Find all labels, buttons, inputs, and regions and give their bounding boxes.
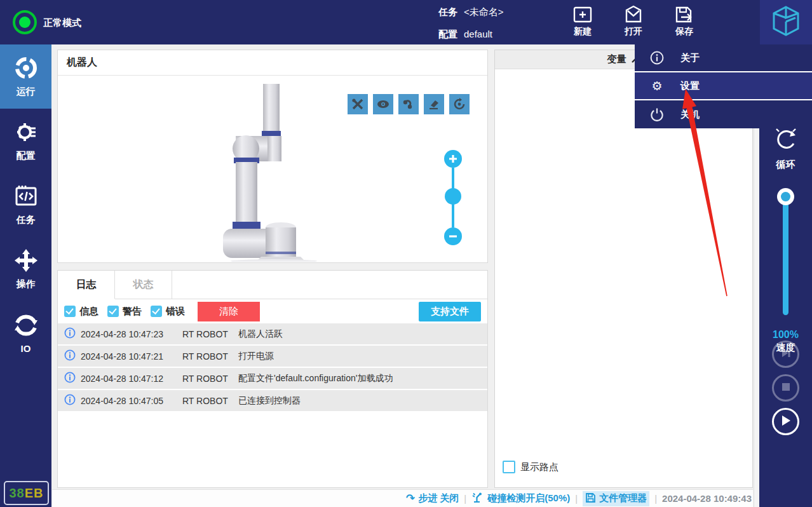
log-list: 2024-04-28 10:47:23 RT ROBOT 机器人活跃 2024-… bbox=[58, 323, 487, 411]
robot-arm-image bbox=[198, 78, 325, 262]
show-waypoints-label: 显示路点 bbox=[520, 461, 558, 473]
info-icon bbox=[649, 51, 665, 65]
loop-icon bbox=[773, 144, 799, 154]
eraser-icon[interactable] bbox=[424, 94, 444, 114]
task-row: 任务<未命名> bbox=[438, 6, 504, 18]
info-log-icon bbox=[64, 394, 76, 407]
task-value: <未命名> bbox=[464, 6, 504, 17]
skip-next-icon bbox=[780, 348, 792, 362]
tab-log[interactable]: 日志 bbox=[58, 271, 115, 299]
task-label: 任务 bbox=[438, 6, 457, 17]
jog-icon bbox=[13, 248, 39, 273]
error-filter-label: 错误 bbox=[166, 306, 185, 318]
zoom-out-button[interactable] bbox=[444, 227, 462, 245]
file-manager-button[interactable]: 文件管理器 bbox=[583, 491, 649, 506]
collision-detection-toggle[interactable]: 碰撞检测开启(50%) bbox=[471, 492, 570, 505]
info-filter-label: 信息 bbox=[79, 306, 98, 318]
clock-timestamp: 2024-04-28 10:49:43 bbox=[662, 493, 752, 504]
log-message: 已连接到控制器 bbox=[238, 395, 301, 407]
log-source: RT ROBOT bbox=[182, 329, 238, 339]
config-row: 配置default bbox=[438, 29, 492, 41]
statusbar-divider: | bbox=[654, 493, 657, 504]
view-zoom-control bbox=[444, 150, 462, 245]
mode-label: 正常模式 bbox=[43, 17, 81, 29]
tools-icon[interactable] bbox=[348, 94, 368, 114]
new-task-button[interactable]: 新建 bbox=[560, 5, 605, 41]
menu-item-shutdown[interactable]: 关机 bbox=[635, 100, 812, 128]
error-filter-checkbox[interactable] bbox=[151, 306, 162, 317]
log-source: RT ROBOT bbox=[182, 396, 238, 406]
statusbar-divider: | bbox=[464, 493, 466, 504]
loop-toggle[interactable]: 循环 bbox=[759, 127, 812, 171]
config-label: 配置 bbox=[438, 29, 457, 39]
sidebar-item-label: 运行 bbox=[17, 86, 36, 98]
warning-filter-checkbox[interactable] bbox=[107, 306, 119, 317]
robot-3d-view[interactable] bbox=[58, 75, 487, 262]
system-dropdown-menu: 关于 ⚙ 设置 关机 bbox=[635, 44, 812, 128]
support-files-button[interactable]: 支持文件 bbox=[419, 302, 481, 321]
play-icon bbox=[781, 415, 791, 429]
log-time: 2024-04-28 10:47:23 bbox=[81, 329, 182, 339]
zoom-slider-handle[interactable] bbox=[445, 188, 461, 205]
stop-button[interactable] bbox=[772, 374, 799, 402]
menu-item-label: 关于 bbox=[680, 52, 700, 64]
info-filter-checkbox[interactable] bbox=[64, 306, 76, 317]
sidebar-item-jog[interactable]: 操作 bbox=[0, 237, 51, 301]
speed-value: 100% bbox=[759, 329, 812, 341]
clear-log-button[interactable]: 清除 bbox=[198, 302, 260, 321]
power-icon bbox=[649, 107, 665, 121]
log-panel: 日志 状态 信息 警告 错误 清除 支持文件 2024-04-28 10:47:… bbox=[57, 270, 488, 488]
log-message: 打开电源 bbox=[238, 351, 274, 362]
reset-view-icon[interactable] bbox=[449, 94, 470, 114]
status-badge: 38EB bbox=[4, 481, 49, 505]
brand-cube-icon bbox=[771, 5, 801, 39]
loop-label: 循环 bbox=[759, 159, 812, 171]
show-waypoints-row: 显示路点 bbox=[503, 461, 558, 473]
status-green-dot bbox=[19, 17, 30, 28]
play-button[interactable] bbox=[772, 408, 799, 435]
status-bar: ↷ 步进 关闭 | 碰撞检测开启(50%) | 文件管理器 | 2024-04-… bbox=[52, 489, 753, 507]
io-icon bbox=[13, 313, 39, 338]
speed-slider bbox=[780, 188, 790, 315]
collision-label: 碰撞检测开启(50%) bbox=[487, 492, 570, 504]
info-log-icon bbox=[64, 349, 76, 363]
open-file-icon bbox=[611, 5, 656, 24]
configure-icon bbox=[13, 119, 39, 145]
badge-green-part: 38 bbox=[9, 486, 24, 501]
app-logo-button[interactable] bbox=[760, 0, 812, 44]
zoom-in-button[interactable] bbox=[444, 150, 462, 168]
step-next-button[interactable] bbox=[772, 341, 799, 368]
sidebar-item-task[interactable]: 任务 bbox=[0, 173, 51, 237]
speed-slider-track[interactable] bbox=[783, 194, 788, 315]
show-waypoints-checkbox[interactable] bbox=[503, 461, 515, 473]
open-task-button[interactable]: 打开 bbox=[611, 5, 656, 41]
step-mode-toggle[interactable]: ↷ 步进 关闭 bbox=[406, 492, 459, 505]
save-file-icon bbox=[662, 5, 707, 24]
eye-icon[interactable] bbox=[373, 94, 393, 114]
open-task-label: 打开 bbox=[611, 26, 656, 37]
menu-item-settings[interactable]: ⚙ 设置 bbox=[635, 72, 812, 100]
menu-item-about[interactable]: 关于 bbox=[635, 44, 812, 72]
file-manager-icon bbox=[585, 492, 596, 505]
log-time: 2024-04-28 10:47:05 bbox=[81, 396, 182, 406]
speed-slider-handle[interactable] bbox=[777, 188, 794, 205]
robot-panel-title: 机器人 bbox=[58, 50, 487, 76]
tab-status[interactable]: 状态 bbox=[115, 271, 172, 299]
config-value: default bbox=[464, 29, 492, 39]
log-row: 2024-04-28 10:47:12 RT ROBOT 配置文件'defaul… bbox=[58, 368, 487, 389]
save-task-button[interactable]: 保存 bbox=[662, 5, 707, 41]
new-file-icon bbox=[560, 5, 605, 24]
gear-icon: ⚙ bbox=[649, 79, 665, 93]
sidebar-item-io[interactable]: IO bbox=[0, 301, 51, 365]
robot-view-toolbar bbox=[348, 94, 470, 114]
log-time: 2024-04-28 10:47:21 bbox=[81, 351, 182, 362]
path-icon[interactable] bbox=[398, 94, 419, 114]
log-row: 2024-04-28 10:47:21 RT ROBOT 打开电源 bbox=[58, 346, 487, 367]
robot-panel: 机器人 bbox=[57, 50, 488, 263]
menu-item-label: 设置 bbox=[680, 80, 700, 92]
badge-yellow-part: EB bbox=[25, 486, 44, 501]
sidebar-item-configure[interactable]: 配置 bbox=[0, 109, 51, 173]
sidebar-item-run[interactable]: 运行 bbox=[0, 44, 51, 109]
file-manager-label: 文件管理器 bbox=[599, 492, 647, 504]
log-row: 2024-04-28 10:47:23 RT ROBOT 机器人活跃 bbox=[58, 323, 487, 344]
